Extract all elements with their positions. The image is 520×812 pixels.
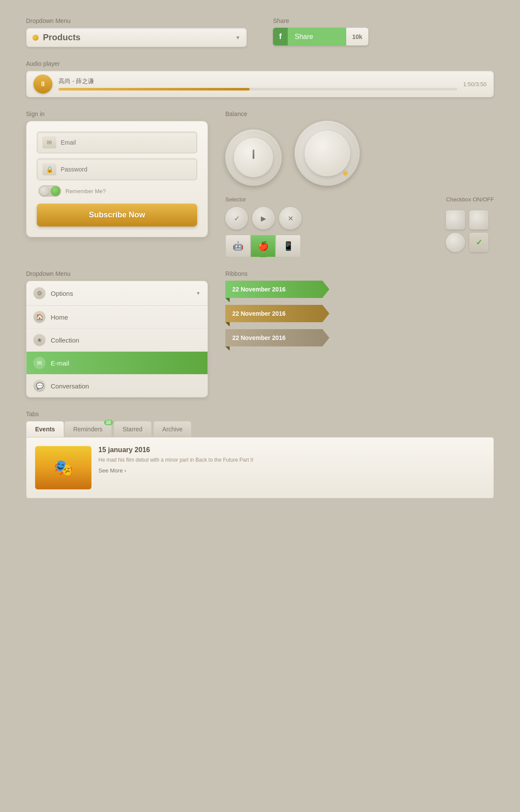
audio-title: 高尚 - 薛之谦 <box>58 78 457 85</box>
share-label: Share <box>273 17 494 24</box>
tabs-header: Events Reminders 10 Starred Archive <box>26 421 494 437</box>
dropdown2-section: Dropdown Menu ⚙ Options ▼ 🏠 Home ★ Colle… <box>26 270 208 398</box>
close-button[interactable]: ✕ <box>279 207 302 230</box>
reminders-badge: 10 <box>104 420 113 425</box>
pause-icon: ⏸ <box>39 80 46 88</box>
checkbox-checked[interactable]: ✓ <box>469 233 488 252</box>
tab-archive-label: Archive <box>162 426 183 433</box>
home-icon: 🏠 <box>33 311 46 323</box>
balance-knob[interactable] <box>295 121 360 186</box>
android-button[interactable]: 🤖 <box>225 235 250 257</box>
tab-reminders[interactable]: Reminders 10 <box>64 421 112 437</box>
checkbox-off-rect-2[interactable] <box>469 210 488 230</box>
pause-button[interactable]: ⏸ <box>33 74 52 94</box>
email-icon-menu: ✉ <box>33 357 46 369</box>
play-button[interactable]: ▶ <box>252 207 275 230</box>
volume-knob-inner <box>234 138 273 177</box>
share-button[interactable]: f Share 10k <box>273 28 368 45</box>
email-input-group[interactable]: ✉ <box>37 132 197 153</box>
audio-progress-fill <box>58 88 250 91</box>
remember-label: Remember Me? <box>65 188 106 194</box>
checkbox-row-1 <box>446 210 488 230</box>
appstore-button[interactable]: 📱 <box>276 235 301 257</box>
dropdown-section-1: Dropdown Menu Products ▼ <box>26 17 247 47</box>
menu-item-collection[interactable]: ★ Collection <box>26 329 208 352</box>
knob-orange-indicator <box>343 171 348 175</box>
checkbox-off-rect-1[interactable] <box>446 210 465 230</box>
lock-icon: 🔒 <box>42 163 56 175</box>
dropdown-label-1: Dropdown Menu <box>26 17 247 24</box>
conversation-text: Conversation <box>51 382 201 390</box>
controls-checkboxes: Selector ✓ ▶ ✕ 🤖 🍎 📱 <box>225 196 494 257</box>
remember-toggle[interactable] <box>39 185 61 197</box>
article-date: 15 january 2016 <box>98 446 485 454</box>
ribbon-3: 22 November 2016 <box>225 329 494 346</box>
audio-progress-track[interactable] <box>58 88 457 91</box>
radio-off[interactable] <box>446 233 465 252</box>
article-text: He mad his film debut with a minor part … <box>98 456 485 464</box>
audio-section: Audio player ⏸ 高尚 - 薛之谦 1:50/3:50 <box>26 60 494 97</box>
apple-icon: 🍎 <box>258 241 269 251</box>
tab-reminders-label: Reminders <box>73 426 103 433</box>
menu-item-home[interactable]: 🏠 Home <box>26 306 208 329</box>
ribbon-body-tan: 22 November 2016 <box>225 329 329 346</box>
ribbon-fold-2 <box>225 322 230 327</box>
email-field[interactable] <box>61 139 192 146</box>
remember-me-row: Remember Me? <box>37 185 197 197</box>
ribbon-text-1: 22 November 2016 <box>232 286 286 293</box>
facebook-icon: f <box>273 28 288 45</box>
signin-box: ✉ 🔒 Remember Me? Subscribe Now <box>26 121 208 237</box>
minions-image: 🎭 <box>35 446 91 489</box>
share-text: Share <box>288 28 346 45</box>
password-field[interactable] <box>61 166 192 173</box>
signin-label: Sign in <box>26 110 208 117</box>
selector-label: Selector <box>225 196 433 203</box>
menu-item-email[interactable]: ✉ E-mail <box>26 352 208 375</box>
controls-section: Balance Selector <box>225 110 494 257</box>
see-more-link[interactable]: See More › <box>98 467 485 474</box>
tabs-section: Tabs Events Reminders 10 Starred Archive… <box>26 411 494 498</box>
subscribe-button[interactable]: Subscribe Now <box>37 204 197 226</box>
article-info: 15 january 2016 He mad his film debut wi… <box>98 446 485 474</box>
share-count: 10k <box>346 28 368 45</box>
apple-button[interactable]: 🍎 <box>250 235 276 257</box>
tab-events-label: Events <box>35 426 55 433</box>
bottom-row: Dropdown Menu ⚙ Options ▼ 🏠 Home ★ Colle… <box>26 270 494 398</box>
toggle-knob-on <box>51 186 60 196</box>
tab-content: 🎭 15 january 2016 He mad his film debut … <box>26 437 494 498</box>
checkbox-section: Checkbox ON/OFF ✓ <box>446 196 494 252</box>
audio-time: 1:50/3:50 <box>463 81 487 87</box>
appstore-icon: 📱 <box>283 241 294 251</box>
tabs-label: Tabs <box>26 411 494 417</box>
tab-events[interactable]: Events <box>26 421 64 437</box>
share-section: Share f Share 10k <box>273 17 494 47</box>
menu-item-conversation[interactable]: 💬 Conversation <box>26 375 208 397</box>
signin-section: Sign in ✉ 🔒 Remember Me? Subscribe Now <box>26 110 208 237</box>
article-thumbnail: 🎭 <box>35 446 91 489</box>
selector-controls: Selector ✓ ▶ ✕ 🤖 🍎 📱 <box>225 196 433 257</box>
password-input-group[interactable]: 🔒 <box>37 159 197 180</box>
tab-starred-label: Starred <box>123 426 143 433</box>
dropdown-dot <box>32 35 39 41</box>
dropdown2-header[interactable]: ⚙ Options ▼ <box>26 281 208 306</box>
dropdown-box-1[interactable]: Products ▼ <box>26 28 247 47</box>
options-icon: ⚙ <box>33 287 46 299</box>
ribbon-body-gold: 22 November 2016 <box>225 305 329 322</box>
toggle-knob-off <box>39 186 49 196</box>
balance-label: Balance <box>225 110 494 117</box>
tab-starred[interactable]: Starred <box>114 421 152 437</box>
tab-archive[interactable]: Archive <box>153 421 192 437</box>
ribbon-1: 22 November 2016 <box>225 281 494 298</box>
star-icon: ★ <box>33 334 46 346</box>
audio-player[interactable]: ⏸ 高尚 - 薛之谦 1:50/3:50 <box>26 71 494 97</box>
volume-knob[interactable] <box>225 129 282 186</box>
checkmark-button[interactable]: ✓ <box>225 207 248 230</box>
ribbon-fold-1 <box>225 298 230 302</box>
middle-row: Sign in ✉ 🔒 Remember Me? Subscribe Now B… <box>26 110 494 257</box>
dropdown2-header-text: Options <box>51 290 196 297</box>
audio-info: 高尚 - 薛之谦 <box>58 78 457 91</box>
knobs-row <box>225 121 494 186</box>
ribbon-text-3: 22 November 2016 <box>232 334 286 341</box>
ribbon-body-green: 22 November 2016 <box>225 281 329 298</box>
chevron-down-icon-2: ▼ <box>196 291 201 296</box>
